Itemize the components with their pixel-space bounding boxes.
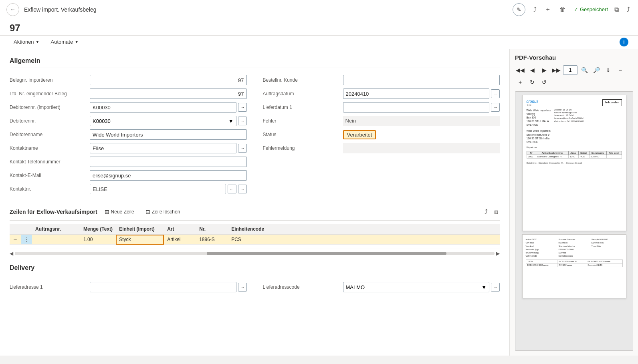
row-menu[interactable]: ⋮	[21, 235, 32, 245]
zeile-loeschen-button[interactable]: ⊟ Zeile löschen	[141, 207, 184, 217]
pdf-prev-button[interactable]: ◀	[527, 65, 537, 75]
pdf-zoom-out-button[interactable]: −	[615, 65, 626, 75]
delivery-column-right: Lieferadresscode MALMÖ ▼ ···	[263, 282, 500, 295]
lieferadresscode-dropdown[interactable]: MALMÖ ▼	[343, 282, 490, 292]
lieferdatum-input[interactable]	[343, 102, 490, 113]
automate-label: Automate	[51, 39, 73, 45]
lieferadresscode-dots-button[interactable]: ···	[491, 283, 500, 292]
email-input[interactable]	[90, 170, 247, 181]
debitorennr-importiert-input[interactable]	[90, 102, 236, 113]
lieferdatum-label: Lieferdatum 1	[263, 105, 343, 110]
add-button[interactable]: +	[545, 4, 551, 15]
pdf2-line3: Varukod	[526, 245, 557, 248]
neue-zeile-button[interactable]: ⊞ Neue Zeile	[101, 207, 138, 217]
pdf-addr-line2: Verktyg	[527, 112, 551, 116]
lieferadresse-input[interactable]	[90, 282, 236, 292]
pdf-download-button[interactable]: ⇓	[603, 65, 614, 75]
status-value: Verarbeitet	[343, 130, 500, 139]
restore-icon: ⧉	[614, 6, 619, 13]
pdf-th-enhet: Enhet	[578, 151, 589, 155]
lieferadresscode-label: Lieferadresscode	[263, 284, 343, 290]
pdf-td-enhet: PCS	[578, 155, 589, 158]
form-row-auftragsdatum: Auftragsdatum ···	[263, 88, 500, 99]
aktionen-button[interactable]: Aktionen ▼	[10, 37, 44, 46]
debitorenname-input[interactable]	[90, 129, 247, 140]
action-bar: Aktionen ▼ Automate ▼ i	[0, 36, 638, 49]
form-row-telefon: Kontakt Telefonnummer	[10, 156, 247, 167]
pdf2-r-line5: Summa	[559, 251, 590, 254]
empty-auftragsnr	[32, 245, 80, 249]
kontaktnr-dots-button1[interactable]: ···	[228, 185, 236, 193]
belegnr-input[interactable]	[90, 75, 247, 85]
form-row-fehler: Fehler	[263, 115, 500, 127]
auftragsdatum-input[interactable]	[343, 88, 490, 99]
table-share-button[interactable]: ⤴	[483, 207, 489, 217]
pdf-td-exkl	[606, 155, 622, 158]
row-einheitencode[interactable]: PCS	[228, 235, 268, 245]
belegnr-value	[90, 75, 247, 85]
aktionen-label: Aktionen	[14, 39, 34, 45]
debitorennr-dots-button[interactable]: ···	[238, 117, 247, 125]
delete-icon: 🗑	[559, 6, 566, 13]
table-expand-button[interactable]: ⧈	[493, 207, 500, 217]
pdf-next-button[interactable]: ▶	[539, 65, 549, 75]
pdf-undo-button[interactable]: ↺	[539, 77, 549, 87]
maximize-button[interactable]: ⤴	[625, 4, 632, 15]
kontaktname-dots-button[interactable]: ···	[238, 144, 247, 153]
table-section: Zeilen für Exflow-Verkaufsimport ⊞ Neue …	[10, 207, 500, 258]
bestellnr-kunde-value	[343, 75, 500, 85]
debitorennr-importiert-dots-button[interactable]: ···	[238, 103, 247, 112]
row-art[interactable]: Artikel	[164, 235, 196, 245]
data-table: Auftragsnr. Menge (Text) Einheit (Import…	[10, 224, 500, 249]
allgemein-section: Allgemein Belegnr. importieren Lfd. Nr. …	[10, 57, 500, 197]
form-area: Allgemein Belegnr. importieren Lfd. Nr. …	[0, 49, 510, 356]
lieferdatum-dots-button[interactable]: ···	[491, 103, 500, 112]
col-art-header: Art	[164, 224, 196, 235]
restore-button[interactable]: ⧉	[613, 4, 620, 15]
pdf-doc2-table: 1000 PCS SOftware B.. FAB-0000 >SOftware…	[526, 259, 623, 267]
scroll-track[interactable]	[15, 252, 495, 255]
lieferadresse-dots-button[interactable]: ···	[238, 283, 247, 292]
form-row-belegnr: Belegnr. importieren	[10, 74, 247, 86]
kontaktnr-input[interactable]	[90, 184, 226, 194]
pdf-td-nr: 1001	[527, 155, 536, 158]
info-button[interactable]: i	[620, 38, 628, 46]
pdf-page-input[interactable]	[563, 65, 577, 75]
scroll-right-button[interactable]: ▶	[496, 251, 500, 256]
lieferdatum-value: ···	[343, 102, 500, 113]
back-button[interactable]: ←	[6, 3, 19, 16]
kontaktnr-dots-button2[interactable]: ···	[238, 185, 247, 193]
automate-button[interactable]: Automate ▼	[47, 37, 83, 46]
delete-button[interactable]: 🗑	[558, 4, 567, 15]
kontaktname-input[interactable]	[90, 143, 236, 153]
pdf-last-button[interactable]: ▶▶	[551, 65, 561, 75]
delivery-columns: Lieferadresse 1 ··· Lieferadresscode MAL…	[10, 282, 500, 295]
debitorennr-dropdown[interactable]: K00030 ▼	[90, 116, 236, 126]
pdf-first-button[interactable]: ◀◀	[515, 65, 525, 75]
auftragsdatum-dots-button[interactable]: ···	[491, 89, 500, 98]
pdf-lev: Leverantör: 12 Bröd	[554, 114, 584, 117]
telefon-input[interactable]	[90, 157, 247, 167]
col-nr-header: Nr.	[196, 224, 228, 235]
scroll-left-button[interactable]: ◀	[10, 251, 13, 256]
pdf2-line2: UPPr.no	[526, 241, 557, 244]
row-menge[interactable]: 1.00	[80, 235, 116, 245]
pdf-refresh-button[interactable]: ↻	[527, 77, 537, 87]
lfd-input[interactable]	[90, 88, 247, 99]
pdf-search2-button[interactable]: 🔎	[591, 65, 602, 75]
horizontal-scrollbar[interactable]: ◀ ▶	[10, 249, 500, 258]
row-einheit[interactable]: Styck	[116, 235, 164, 245]
pdf-zoom-in-button[interactable]: +	[515, 77, 525, 87]
empty-art	[164, 245, 196, 249]
share-button[interactable]: ⤴	[532, 4, 538, 15]
pdf-addr-line4: 116 30 STHLMÄLA	[527, 119, 551, 123]
bestellnr-kunde-input[interactable]	[343, 75, 500, 85]
allgemein-title: Allgemein	[10, 57, 500, 68]
pdf-search-button[interactable]: 🔍	[579, 65, 590, 75]
pdf-doc2-col3: Sample 01/01/40 Summe exkl. True-Elite	[592, 238, 623, 258]
edit-button[interactable]: ✎	[513, 3, 525, 16]
row-auftragsnr[interactable]	[32, 235, 80, 245]
top-bar: ← Exflow import. Verkaufsbeleg ✎ ⤴ + 🗑 ✓…	[0, 0, 638, 19]
table-header: Zeilen für Exflow-Verkaufsimport ⊞ Neue …	[10, 207, 500, 221]
row-nr[interactable]: 1896-S	[196, 235, 228, 245]
